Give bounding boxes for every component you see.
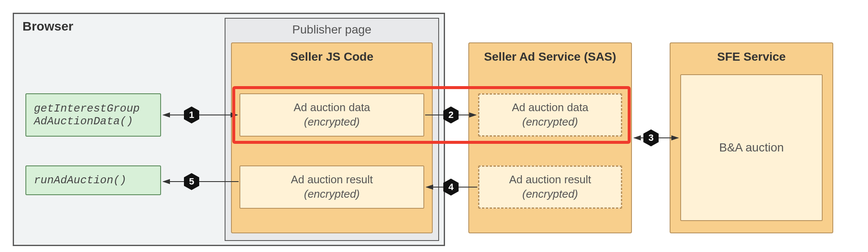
run-ad-auction-api-box: runAdAuction() [25, 165, 161, 195]
step-badge-1: 1 [182, 106, 201, 124]
step-badge-3: 3 [642, 129, 660, 147]
step-3-number: 3 [648, 132, 654, 143]
encrypted-sub: (encrypted) [304, 115, 360, 129]
api-line2: AdAuctionData() [34, 115, 133, 128]
api-line1: getInterestGroup [34, 102, 140, 115]
ad-auction-result-js-box: Ad auction result (encrypted) [239, 165, 424, 209]
ad-auction-data-sas-box: Ad auction data (encrypted) [478, 93, 622, 137]
seller-js-title: Seller JS Code [232, 43, 432, 68]
ad-auction-data-js-box: Ad auction data (encrypted) [239, 93, 424, 137]
run-ad-auction-label: runAdAuction() [34, 174, 126, 187]
step-badge-4: 4 [442, 178, 460, 196]
encrypted-sub: (encrypted) [304, 187, 360, 202]
ad-auction-result-sas-box: Ad auction result (encrypted) [478, 165, 622, 209]
encrypted-sub: (encrypted) [522, 187, 578, 202]
ba-auction-box: B&A auction [680, 74, 823, 221]
browser-label: Browser [22, 19, 73, 34]
ad-data-label: Ad auction data [512, 101, 589, 115]
diagram-root: Browser Publisher page Seller JS Code Se… [8, 8, 860, 244]
sfe-title: SFE Service [670, 43, 832, 68]
step-badge-5: 5 [182, 172, 201, 191]
ad-data-label: Ad auction data [294, 101, 370, 115]
step-5-number: 5 [189, 176, 194, 187]
get-interest-group-api-box: getInterestGroup AdAuctionData() [25, 93, 161, 137]
step-1-number: 1 [189, 109, 194, 120]
ad-result-label: Ad auction result [291, 173, 373, 187]
step-2-number: 2 [448, 109, 453, 120]
ba-auction-label: B&A auction [719, 140, 784, 155]
step-4-number: 4 [448, 182, 453, 193]
step-badge-2: 2 [442, 106, 460, 124]
ad-result-label: Ad auction result [509, 173, 591, 187]
seller-sas-title: Seller Ad Service (SAS) [469, 43, 631, 68]
publisher-page-label: Publisher page [292, 23, 372, 36]
encrypted-sub: (encrypted) [522, 115, 578, 129]
